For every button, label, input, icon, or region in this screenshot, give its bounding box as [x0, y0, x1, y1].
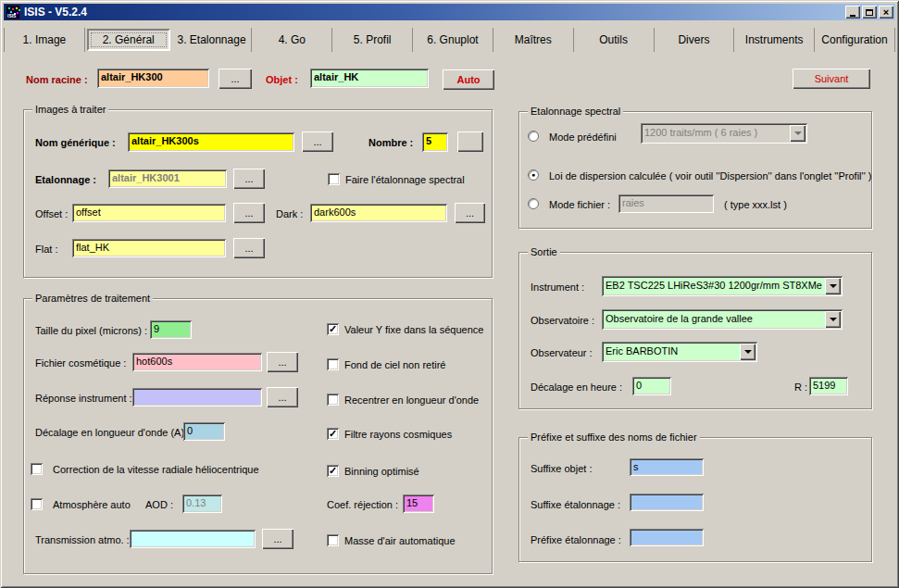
loi-dispersion-label: Loi de dispersion calculée ( voir outil … — [549, 170, 871, 181]
chevron-down-icon[interactable] — [790, 125, 805, 142]
nom-racine-input[interactable]: altair_HK300 — [97, 69, 209, 88]
coef-rejection-input[interactable]: 15 — [403, 494, 434, 513]
valeur-y-label: Valeur Y fixe dans la séquence — [344, 324, 483, 335]
tab-bar: 1. Image 2. Général 3. Etalonnage 4. Go … — [4, 28, 895, 52]
recentrer-label: Recentrer en longueur d'onde — [344, 394, 479, 406]
maximize-button[interactable] — [862, 6, 877, 19]
offset-browse-button[interactable]: ... — [233, 203, 265, 223]
transmission-input[interactable] — [130, 530, 256, 548]
tab-profil[interactable]: 5. Profil — [332, 28, 413, 52]
binning-label: Binning optimisé — [344, 466, 419, 477]
r-input[interactable]: 5199 — [809, 377, 848, 395]
reponse-instrument-browse-button[interactable]: ... — [267, 387, 298, 407]
prefixe-title: Préfixe et suffixe des noms de fichier — [528, 432, 700, 443]
dark-label: Dark : — [276, 208, 303, 219]
reponse-instrument-input[interactable] — [132, 388, 262, 407]
app-icon-text: ISIS — [7, 13, 16, 19]
offset-input[interactable]: offset — [72, 204, 226, 222]
objet-input[interactable]: altair_HK — [310, 69, 429, 88]
sortie-title: Sortie — [528, 246, 560, 257]
recentrer-checkbox[interactable] — [327, 394, 339, 406]
mode-predefini-radio[interactable] — [528, 131, 539, 142]
tab-outils[interactable]: Outils — [574, 28, 655, 52]
taille-pixel-label: Taille du pixel (microns) : — [35, 325, 147, 336]
window: ISIS ISIS - V5.2.4 × 1. Image 2. Général… — [0, 0, 899, 588]
correction-label: Correction de la vitesse radiale hélioce… — [53, 464, 259, 475]
reponse-instrument-label: Réponse instrument : — [35, 393, 132, 404]
taille-pixel-input[interactable]: 9 — [150, 320, 192, 339]
observateur-dropdown[interactable]: Eric BARBOTIN — [602, 342, 757, 362]
etalonnage-input[interactable]: altair_HK3001 — [108, 169, 227, 188]
nombre-label: Nombre : — [368, 137, 413, 148]
chevron-down-icon[interactable] — [740, 344, 755, 360]
instrument-dropdown[interactable]: EB2 TSC225 LHiReS3#30 1200gr/mm ST8XMe — [602, 276, 843, 296]
flat-browse-button[interactable]: ... — [233, 238, 265, 258]
dark-browse-button[interactable]: ... — [455, 203, 485, 223]
tab-image[interactable]: 1. Image — [4, 28, 85, 52]
aod-input[interactable]: 0.13 — [182, 494, 222, 513]
tab-etalonnage[interactable]: 3. Etalonnage — [172, 28, 253, 52]
prefixe-etalonnage-input[interactable] — [630, 529, 704, 546]
flat-input[interactable]: flat_HK — [72, 239, 226, 257]
transmission-browse-button[interactable]: ... — [262, 529, 293, 549]
nom-generique-input[interactable]: altair_HK300s — [128, 132, 294, 152]
nom-generique-browse-button[interactable]: ... — [302, 131, 333, 152]
suivant-button[interactable]: Suivant — [793, 69, 870, 89]
minimize-button[interactable] — [845, 6, 860, 19]
fichier-cosmetique-input[interactable]: hot600s — [132, 353, 262, 371]
fichier-cosmetique-label: Fichier cosmétique : — [35, 357, 126, 369]
observatoire-dropdown[interactable]: Observatoire de la grande vallee — [602, 309, 843, 330]
atmosphere-checkbox[interactable] — [31, 498, 43, 510]
tab-instruments[interactable]: Instruments — [734, 28, 815, 52]
nom-racine-browse-button[interactable]: ... — [219, 69, 252, 89]
auto-button[interactable]: Auto — [443, 69, 494, 90]
fond-ciel-checkbox[interactable] — [327, 358, 339, 370]
fichier-cosmetique-browse-button[interactable]: ... — [267, 352, 298, 372]
observateur-label: Observateur : — [531, 347, 593, 358]
nombre-blank-button[interactable] — [457, 131, 483, 152]
nom-racine-label: Nom racine : — [26, 74, 88, 85]
close-icon: × — [883, 7, 889, 17]
minimize-icon — [850, 15, 855, 17]
tab-gnuplot[interactable]: 6. Gnuplot — [413, 28, 493, 52]
dark-input[interactable]: dark600s — [310, 204, 447, 222]
transmission-label: Transmission atmo. : — [35, 534, 130, 545]
mode-fichier-hint: ( type xxx.lst ) — [724, 199, 787, 210]
chevron-down-icon[interactable] — [825, 311, 841, 328]
faire-etalonnage-checkbox[interactable] — [328, 173, 340, 185]
decalage-onde-input[interactable]: 0 — [183, 422, 225, 441]
close-button[interactable]: × — [879, 6, 893, 19]
tab-configuration[interactable]: Configuration — [815, 28, 895, 52]
filtre-checkbox[interactable]: ✓ — [327, 428, 339, 440]
r-label: R : — [794, 382, 807, 393]
etalonnage-browse-button[interactable]: ... — [233, 169, 265, 189]
nombre-input[interactable]: 5 — [422, 132, 448, 152]
loi-dispersion-radio[interactable]: ● — [528, 169, 539, 181]
suffixe-objet-input[interactable]: s — [630, 458, 704, 476]
faire-etalonnage-label: Faire l'étalonnage spectral — [345, 174, 465, 185]
app-icon-stars — [8, 7, 10, 9]
correction-checkbox[interactable] — [31, 463, 43, 475]
mode-fichier-input[interactable]: raies — [618, 194, 714, 213]
tab-go[interactable]: 4. Go — [252, 28, 332, 52]
mode-fichier-radio[interactable] — [528, 198, 539, 209]
mode-predefini-dropdown[interactable]: 1200 traits/mm ( 6 raies ) — [641, 123, 807, 144]
decalage-heure-input[interactable]: 0 — [632, 377, 671, 395]
titlebar: ISIS ISIS - V5.2.4 × — [4, 4, 895, 20]
tab-maitres[interactable]: Maîtres — [493, 28, 574, 52]
tab-general[interactable]: 2. Général — [87, 29, 170, 51]
suffixe-etalonnage-input[interactable] — [630, 494, 704, 511]
binning-checkbox[interactable]: ✓ — [327, 465, 339, 477]
masse-air-checkbox[interactable] — [327, 534, 339, 546]
instrument-label: Instrument : — [531, 281, 584, 293]
decalage-onde-label: Décalage en longueur d'onde (A) : — [35, 427, 190, 438]
chevron-down-icon[interactable] — [825, 278, 841, 294]
tab-divers[interactable]: Divers — [655, 28, 735, 52]
app-icon: ISIS — [6, 5, 20, 19]
mode-fichier-label: Mode fichier : — [549, 199, 610, 210]
mode-predefini-label: Mode prédéfini — [549, 131, 617, 143]
valeur-y-checkbox[interactable]: ✓ — [327, 323, 339, 335]
filtre-label: Filtre rayons cosmiques — [344, 429, 452, 440]
suffixe-etalonnage-label: Suffixe étalonnage : — [531, 499, 620, 510]
window-title: ISIS - V5.2.4 — [24, 6, 845, 19]
